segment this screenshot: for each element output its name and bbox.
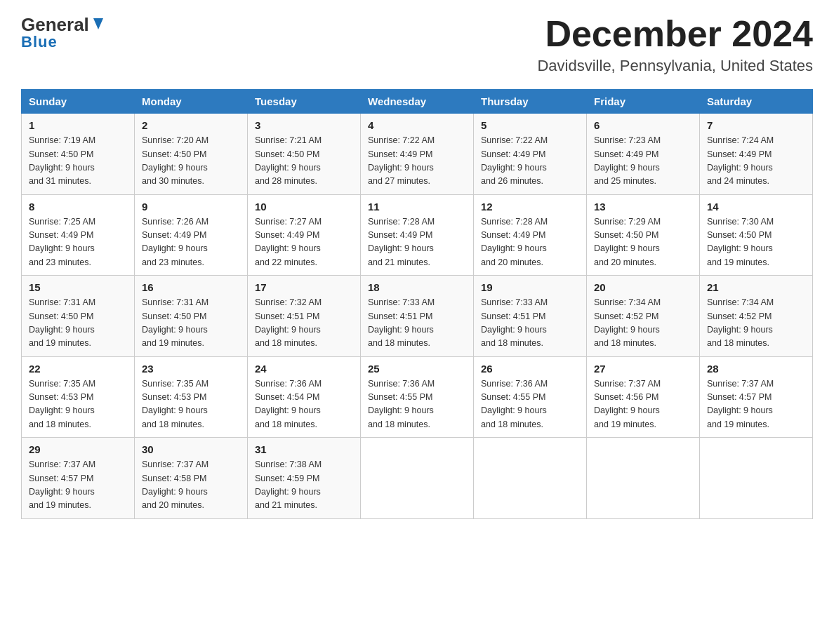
day-info: Sunrise: 7:22 AMSunset: 4:49 PMDaylight:…: [481, 134, 579, 189]
day-info: Sunrise: 7:27 AMSunset: 4:49 PMDaylight:…: [255, 215, 353, 270]
weekday-header-monday: Monday: [135, 90, 248, 114]
calendar-cell: 30Sunrise: 7:37 AMSunset: 4:58 PMDayligh…: [135, 438, 248, 519]
day-info: Sunrise: 7:26 AMSunset: 4:49 PMDaylight:…: [142, 215, 240, 270]
title-block: December 2024 Davidsville, Pennsylvania,…: [537, 14, 813, 75]
day-info: Sunrise: 7:36 AMSunset: 4:54 PMDaylight:…: [255, 377, 353, 432]
day-number: 1: [29, 119, 127, 131]
calendar-week-row-4: 22Sunrise: 7:35 AMSunset: 4:53 PMDayligh…: [22, 356, 813, 438]
day-number: 14: [707, 201, 805, 213]
calendar-header: SundayMondayTuesdayWednesdayThursdayFrid…: [22, 90, 813, 114]
weekday-header-tuesday: Tuesday: [248, 90, 361, 114]
day-info: Sunrise: 7:34 AMSunset: 4:52 PMDaylight:…: [594, 296, 692, 351]
logo-icon: [91, 15, 106, 31]
day-number: 6: [594, 119, 692, 131]
calendar-week-row-3: 15Sunrise: 7:31 AMSunset: 4:50 PMDayligh…: [22, 276, 813, 357]
day-number: 19: [481, 281, 579, 293]
calendar-week-row-1: 1Sunrise: 7:19 AMSunset: 4:50 PMDaylight…: [22, 114, 813, 195]
day-info: Sunrise: 7:23 AMSunset: 4:49 PMDaylight:…: [594, 134, 692, 189]
calendar-cell: 3Sunrise: 7:21 AMSunset: 4:50 PMDaylight…: [248, 114, 361, 195]
calendar-cell: 20Sunrise: 7:34 AMSunset: 4:52 PMDayligh…: [587, 276, 700, 357]
calendar-cell: [361, 438, 474, 519]
day-number: 11: [368, 201, 466, 213]
day-number: 13: [594, 201, 692, 213]
day-info: Sunrise: 7:31 AMSunset: 4:50 PMDaylight:…: [29, 296, 127, 351]
calendar-cell: 31Sunrise: 7:38 AMSunset: 4:59 PMDayligh…: [248, 438, 361, 519]
calendar-cell: 16Sunrise: 7:31 AMSunset: 4:50 PMDayligh…: [135, 276, 248, 357]
day-info: Sunrise: 7:33 AMSunset: 4:51 PMDaylight:…: [368, 296, 466, 351]
logo-blue-text: Blue: [21, 33, 58, 51]
day-info: Sunrise: 7:33 AMSunset: 4:51 PMDaylight:…: [481, 296, 579, 351]
day-info: Sunrise: 7:36 AMSunset: 4:55 PMDaylight:…: [368, 377, 466, 432]
calendar-cell: 22Sunrise: 7:35 AMSunset: 4:53 PMDayligh…: [22, 356, 135, 438]
calendar-cell: 7Sunrise: 7:24 AMSunset: 4:49 PMDaylight…: [700, 114, 813, 195]
calendar-cell: 1Sunrise: 7:19 AMSunset: 4:50 PMDaylight…: [22, 114, 135, 195]
calendar-cell: 27Sunrise: 7:37 AMSunset: 4:56 PMDayligh…: [587, 356, 700, 438]
day-info: Sunrise: 7:37 AMSunset: 4:58 PMDaylight:…: [142, 458, 240, 513]
day-info: Sunrise: 7:35 AMSunset: 4:53 PMDaylight:…: [29, 377, 127, 432]
day-info: Sunrise: 7:28 AMSunset: 4:49 PMDaylight:…: [481, 215, 579, 270]
day-number: 25: [368, 363, 466, 375]
day-number: 22: [29, 363, 127, 375]
day-info: Sunrise: 7:34 AMSunset: 4:52 PMDaylight:…: [707, 296, 805, 351]
weekday-header-saturday: Saturday: [700, 90, 813, 114]
day-info: Sunrise: 7:37 AMSunset: 4:56 PMDaylight:…: [594, 377, 692, 432]
day-number: 27: [594, 363, 692, 375]
calendar-cell: 9Sunrise: 7:26 AMSunset: 4:49 PMDaylight…: [135, 194, 248, 276]
calendar-cell: 5Sunrise: 7:22 AMSunset: 4:49 PMDaylight…: [474, 114, 587, 195]
day-info: Sunrise: 7:37 AMSunset: 4:57 PMDaylight:…: [29, 458, 127, 513]
calendar-cell: 15Sunrise: 7:31 AMSunset: 4:50 PMDayligh…: [22, 276, 135, 357]
calendar-cell: 25Sunrise: 7:36 AMSunset: 4:55 PMDayligh…: [361, 356, 474, 438]
day-number: 31: [255, 443, 353, 455]
day-info: Sunrise: 7:37 AMSunset: 4:57 PMDaylight:…: [707, 377, 805, 432]
calendar-cell: 6Sunrise: 7:23 AMSunset: 4:49 PMDaylight…: [587, 114, 700, 195]
weekday-header-row: SundayMondayTuesdayWednesdayThursdayFrid…: [22, 90, 813, 114]
day-info: Sunrise: 7:35 AMSunset: 4:53 PMDaylight:…: [142, 377, 240, 432]
day-info: Sunrise: 7:21 AMSunset: 4:50 PMDaylight:…: [255, 134, 353, 189]
calendar-cell: 26Sunrise: 7:36 AMSunset: 4:55 PMDayligh…: [474, 356, 587, 438]
calendar-cell: [700, 438, 813, 519]
weekday-header-friday: Friday: [587, 90, 700, 114]
calendar-cell: 18Sunrise: 7:33 AMSunset: 4:51 PMDayligh…: [361, 276, 474, 357]
logo: General Blue: [21, 14, 106, 51]
day-info: Sunrise: 7:20 AMSunset: 4:50 PMDaylight:…: [142, 134, 240, 189]
day-info: Sunrise: 7:30 AMSunset: 4:50 PMDaylight:…: [707, 215, 805, 270]
calendar-cell: 14Sunrise: 7:30 AMSunset: 4:50 PMDayligh…: [700, 194, 813, 276]
month-title: December 2024: [537, 14, 813, 54]
day-number: 24: [255, 363, 353, 375]
day-number: 29: [29, 443, 127, 455]
day-number: 30: [142, 443, 240, 455]
day-number: 10: [255, 201, 353, 213]
day-info: Sunrise: 7:22 AMSunset: 4:49 PMDaylight:…: [368, 134, 466, 189]
day-number: 20: [594, 281, 692, 293]
calendar-body: 1Sunrise: 7:19 AMSunset: 4:50 PMDaylight…: [22, 114, 813, 519]
calendar-cell: [474, 438, 587, 519]
calendar-cell: 11Sunrise: 7:28 AMSunset: 4:49 PMDayligh…: [361, 194, 474, 276]
day-number: 4: [368, 119, 466, 131]
day-info: Sunrise: 7:24 AMSunset: 4:49 PMDaylight:…: [707, 134, 805, 189]
calendar-cell: 28Sunrise: 7:37 AMSunset: 4:57 PMDayligh…: [700, 356, 813, 438]
day-number: 26: [481, 363, 579, 375]
calendar-cell: 10Sunrise: 7:27 AMSunset: 4:49 PMDayligh…: [248, 194, 361, 276]
day-number: 3: [255, 119, 353, 131]
day-number: 18: [368, 281, 466, 293]
day-number: 8: [29, 201, 127, 213]
day-info: Sunrise: 7:25 AMSunset: 4:49 PMDaylight:…: [29, 215, 127, 270]
day-number: 5: [481, 119, 579, 131]
calendar-week-row-2: 8Sunrise: 7:25 AMSunset: 4:49 PMDaylight…: [22, 194, 813, 276]
day-number: 21: [707, 281, 805, 293]
calendar-cell: 8Sunrise: 7:25 AMSunset: 4:49 PMDaylight…: [22, 194, 135, 276]
weekday-header-sunday: Sunday: [22, 90, 135, 114]
day-number: 23: [142, 363, 240, 375]
calendar-cell: 12Sunrise: 7:28 AMSunset: 4:49 PMDayligh…: [474, 194, 587, 276]
day-number: 7: [707, 119, 805, 131]
day-number: 2: [142, 119, 240, 131]
day-number: 28: [707, 363, 805, 375]
calendar-table: SundayMondayTuesdayWednesdayThursdayFrid…: [21, 89, 813, 519]
day-info: Sunrise: 7:32 AMSunset: 4:51 PMDaylight:…: [255, 296, 353, 351]
location-title: Davidsville, Pennsylvania, United States: [537, 57, 813, 75]
day-number: 9: [142, 201, 240, 213]
svg-marker-0: [93, 18, 103, 29]
calendar-cell: 2Sunrise: 7:20 AMSunset: 4:50 PMDaylight…: [135, 114, 248, 195]
calendar-cell: 24Sunrise: 7:36 AMSunset: 4:54 PMDayligh…: [248, 356, 361, 438]
weekday-header-thursday: Thursday: [474, 90, 587, 114]
